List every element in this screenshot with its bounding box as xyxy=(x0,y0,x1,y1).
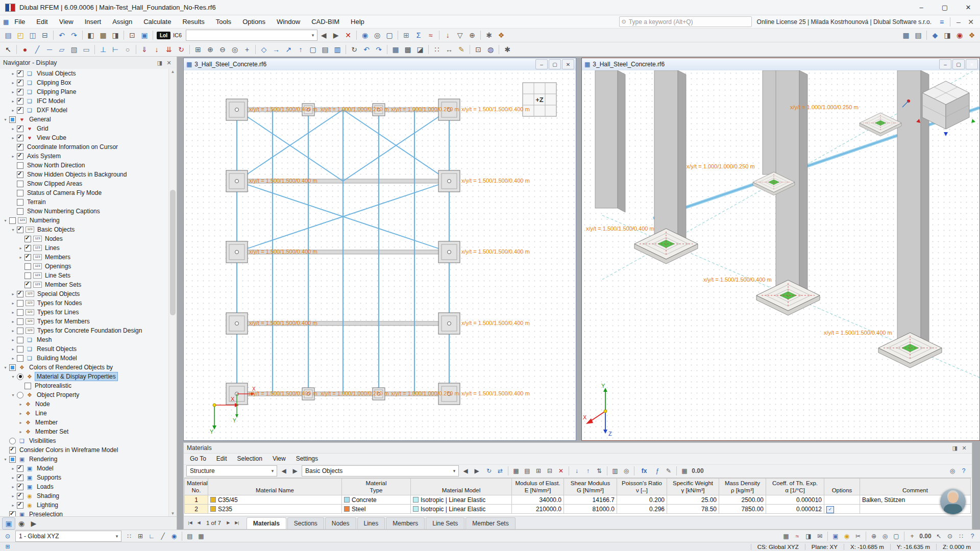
checkbox[interactable] xyxy=(17,98,23,105)
checkbox[interactable] xyxy=(17,227,23,233)
checkbox[interactable] xyxy=(17,309,23,316)
collapse-icon[interactable]: ▾ xyxy=(10,374,16,379)
expand-icon[interactable]: ▸ xyxy=(10,356,16,361)
expand-icon[interactable]: ▸ xyxy=(10,329,16,333)
checkbox[interactable] xyxy=(17,199,23,206)
checkbox[interactable] xyxy=(17,80,23,86)
import-data-icon[interactable]: ↓ xyxy=(571,466,582,476)
expand-icon[interactable]: ▸ xyxy=(10,347,16,352)
units-icon[interactable]: 0.00 xyxy=(918,531,933,541)
checkbox[interactable] xyxy=(9,456,16,463)
previous-entry-icon[interactable]: ◀ xyxy=(460,466,471,476)
window-maximize-icon[interactable]: ▢ xyxy=(952,59,965,69)
nav-item-consider-colors-in-wireframe-model[interactable]: Consider Colors in Wireframe Model xyxy=(0,445,169,455)
expand-icon[interactable]: ▸ xyxy=(10,90,16,94)
show-results-icon[interactable]: ≈ xyxy=(425,30,437,41)
previous-visibility-icon[interactable]: ◀ xyxy=(317,30,330,41)
cell-item[interactable]: 0.200 xyxy=(617,495,667,505)
cell-e-n-mm[interactable]: 210000.0 xyxy=(512,505,564,514)
mesh-indicator-icon[interactable]: ▦ xyxy=(780,531,792,541)
nav-item-node[interactable]: ▸❖Node xyxy=(0,399,169,409)
side-view-icon[interactable]: ▥ xyxy=(331,44,344,55)
checkbox[interactable] xyxy=(17,484,23,490)
load-cases-icon[interactable]: ↓ xyxy=(442,30,454,41)
plan-view-canvas[interactable]: +Z X Y X Y xyxy=(184,70,576,440)
cell-e-n-mm[interactable]: 34000.0 xyxy=(512,495,564,505)
clipping-plane-icon[interactable]: ▢ xyxy=(383,30,396,41)
delete-row-icon[interactable]: ⊟ xyxy=(544,466,555,476)
checkbox[interactable] xyxy=(9,217,16,224)
cell-g-n-mm[interactable]: 81000.0 xyxy=(564,505,617,514)
column-header-g-n-mm[interactable]: Shear ModulusG [N/mm²] xyxy=(564,479,617,495)
search-input[interactable] xyxy=(628,18,749,26)
checkbox[interactable] xyxy=(17,337,23,343)
delete-visibility-icon[interactable]: ✕ xyxy=(342,30,354,41)
checkbox[interactable] xyxy=(24,263,31,270)
nav-item-member-set[interactable]: ▸❖Member Set xyxy=(0,427,169,436)
expand-icon[interactable]: ▸ xyxy=(10,292,16,296)
user-avatar[interactable] xyxy=(940,489,966,514)
next-record-icon[interactable]: ▶ xyxy=(224,518,233,528)
materials-menu-edit[interactable]: Edit xyxy=(211,455,232,462)
render-indicator-icon[interactable]: ▣ xyxy=(830,531,841,541)
checkbox[interactable] xyxy=(17,346,23,353)
nav-item-model[interactable]: ▸▣Model xyxy=(0,464,169,473)
zoom-in-icon[interactable]: ⊕ xyxy=(204,44,216,55)
collapse-icon[interactable]: ▾ xyxy=(2,218,9,223)
checkbox[interactable] xyxy=(24,272,31,279)
menu-window[interactable]: Window xyxy=(271,18,306,26)
nav-item-clipping-plane[interactable]: ▸❏Clipping Plane xyxy=(0,87,169,96)
messages-icon[interactable]: ≡ xyxy=(936,16,948,28)
collapse-icon[interactable]: ▾ xyxy=(10,228,16,232)
viewport-plan-titlebar[interactable]: ▦ 3_Hall_Steel_Concrete.rf6 –▢✕ xyxy=(184,58,576,71)
search-table-icon[interactable]: ◎ xyxy=(947,466,958,476)
nav-item-photorealistic[interactable]: Photorealistic xyxy=(0,381,169,390)
expand-icon[interactable]: ▸ xyxy=(10,108,16,113)
materials-menu-settings[interactable]: Settings xyxy=(291,455,323,462)
checkbox[interactable] xyxy=(17,135,23,141)
expand-icon[interactable]: ▸ xyxy=(17,402,24,407)
nodal-load-icon[interactable]: ↓ xyxy=(151,44,163,55)
nav-item-show-clipped-areas[interactable]: Show Clipped Areas xyxy=(0,179,169,188)
checkbox[interactable] xyxy=(17,190,23,196)
side-panel-icon[interactable]: ◨ xyxy=(109,30,121,41)
expand-icon[interactable]: ▸ xyxy=(10,494,16,498)
display-navigator-icon[interactable]: ▣ xyxy=(2,517,15,530)
column-header-item[interactable]: Poisson's Ratioν [--] xyxy=(617,479,667,495)
radio-button[interactable] xyxy=(17,392,23,398)
checkbox[interactable] xyxy=(17,126,23,132)
expand-icon[interactable]: ▸ xyxy=(17,430,24,434)
exchange-data-icon[interactable]: ⇅ xyxy=(594,466,605,476)
isometric-view-icon[interactable]: ◇ xyxy=(258,44,270,55)
close-panel-icon[interactable]: ✕ xyxy=(960,443,969,453)
nav-item-types-for-nodes[interactable]: ▸123Types for Nodes xyxy=(0,298,169,308)
app-minimize-icon[interactable]: – xyxy=(910,0,933,15)
navigator-panel-icon[interactable]: ◧ xyxy=(85,30,97,41)
checkbox[interactable] xyxy=(17,144,23,151)
camera-navigator-icon[interactable]: ▶ xyxy=(28,518,40,529)
checkbox[interactable] xyxy=(17,162,23,169)
next-visibility-icon[interactable]: ▶ xyxy=(330,30,342,41)
zoom-in-status-icon[interactable]: ⊕ xyxy=(868,531,879,541)
cell-1-c[interactable]: 0.000010 xyxy=(766,495,824,505)
nav-item-visibilities[interactable]: ❏Visibilities xyxy=(0,436,169,445)
materials-menu-selection[interactable]: Selection xyxy=(232,455,267,462)
menu-calculate[interactable]: Calculate xyxy=(138,18,177,26)
column-header-kg-m[interactable]: Mass Densityρ [kg/m³] xyxy=(719,479,766,495)
split-view-icon[interactable]: ◨ xyxy=(941,30,953,41)
checkbox[interactable] xyxy=(17,355,23,362)
pan-mode-icon[interactable]: + xyxy=(906,531,918,541)
screenshot-icon[interactable]: ◉ xyxy=(953,30,966,41)
new-opening-icon[interactable]: ▭ xyxy=(80,44,92,55)
checkbox[interactable] xyxy=(24,245,31,252)
column-filter-icon[interactable]: ▥ xyxy=(609,466,621,476)
cell-no[interactable]: 2 xyxy=(185,505,208,514)
nav-item-view-cube[interactable]: ▸♥View Cube xyxy=(0,133,169,142)
basic-objects-combo[interactable]: Basic Objects ▾ xyxy=(302,465,459,477)
nav-item-basic-objects[interactable]: ▾123Basic Objects xyxy=(0,225,169,234)
front-view-icon[interactable]: ▢ xyxy=(307,44,319,55)
expand-icon[interactable]: ▸ xyxy=(10,338,16,342)
pin-panel-icon[interactable]: ◨ xyxy=(950,443,960,453)
line-support-icon[interactable]: ⊢ xyxy=(109,44,121,55)
visual-objects-icon[interactable]: ▣ xyxy=(138,30,151,41)
